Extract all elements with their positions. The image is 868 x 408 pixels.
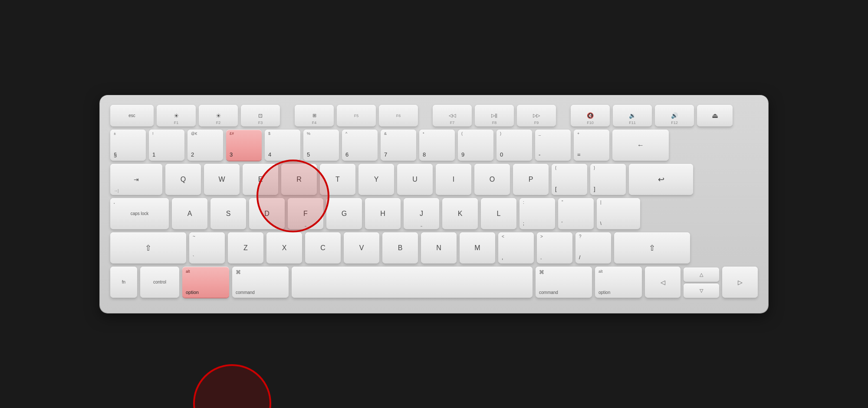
key-c[interactable]: C [305, 232, 341, 264]
key-g[interactable]: G [326, 198, 362, 229]
key-f4[interactable]: ⊞ F4 [295, 105, 334, 127]
key-k[interactable]: K [442, 198, 478, 229]
key-left-shift[interactable]: ⇧ [110, 232, 186, 264]
key-return[interactable]: ↩ [629, 164, 693, 195]
key-arrow-up[interactable]: △ [684, 268, 719, 282]
key-f9[interactable]: ▷▷ F9 [517, 105, 556, 127]
key-0[interactable]: ) 0 [496, 130, 532, 161]
key-esc[interactable]: esc [110, 105, 154, 127]
key-arrow-down[interactable]: ▽ [684, 284, 719, 298]
key-f6[interactable]: F6 [379, 105, 418, 127]
key-arrow-left[interactable]: ◁ [645, 267, 681, 298]
key-w[interactable]: W [204, 164, 240, 195]
keyboard: esc ☀︎ F1 ☀ F2 ⊡ F3 ⊞ F4 F5 F [100, 95, 768, 313]
key-f12[interactable]: 🔊 F12 [655, 105, 694, 127]
key-backslash[interactable]: | \ [597, 198, 640, 229]
key-x[interactable]: X [266, 232, 302, 264]
key-option-left[interactable]: alt option [182, 267, 229, 298]
home-row: • caps lock A S D F G H J K L : ; " [110, 198, 758, 229]
key-p[interactable]: P [513, 164, 549, 195]
fn-row: esc ☀︎ F1 ☀ F2 ⊡ F3 ⊞ F4 F5 F [110, 105, 758, 127]
key-5[interactable]: % 5 [303, 130, 339, 161]
key-f7[interactable]: ◁◁ F7 [433, 105, 472, 127]
key-command-right[interactable]: ⌘ command [536, 267, 592, 298]
key-tab[interactable]: ⇥ →| [110, 164, 162, 195]
key-9[interactable]: ( 9 [458, 130, 493, 161]
key-d[interactable]: D [249, 198, 285, 229]
key-space[interactable] [292, 267, 533, 298]
key-option-right[interactable]: alt option [595, 267, 642, 298]
key-comma[interactable]: < , [498, 232, 534, 264]
key-i[interactable]: I [436, 164, 471, 195]
key-t[interactable]: T [320, 164, 355, 195]
key-l[interactable]: L [481, 198, 516, 229]
key-minus[interactable]: _ - [535, 130, 571, 161]
key-f10[interactable]: 🔇 F10 [571, 105, 610, 127]
key-f2[interactable]: ☀ F2 [199, 105, 238, 127]
keyboard-container: esc ☀︎ F1 ☀ F2 ⊡ F3 ⊞ F4 F5 F [100, 95, 768, 313]
key-r[interactable]: R [281, 164, 317, 195]
key-f1[interactable]: ☀︎ F1 [157, 105, 196, 127]
key-f11[interactable]: 🔉 F11 [613, 105, 652, 127]
key-tilde[interactable]: ~ ` [189, 232, 225, 264]
key-f8[interactable]: ▷|| F8 [475, 105, 514, 127]
key-fn[interactable]: fn [110, 267, 137, 298]
qwerty-row: ⇥ →| Q W E R T Y U I O P { [ } ] ↩ [110, 164, 758, 195]
svg-point-1 [194, 365, 270, 408]
key-caps-lock[interactable]: • caps lock [110, 198, 169, 229]
key-arrow-right[interactable]: ▷ [722, 267, 758, 298]
key-e[interactable]: E [243, 164, 278, 195]
key-bracket-open[interactable]: { [ [552, 164, 587, 195]
key-s[interactable]: S [210, 198, 246, 229]
key-equals[interactable]: + = [574, 130, 609, 161]
key-right-shift[interactable]: ⇧ [614, 232, 690, 264]
key-y[interactable]: Y [358, 164, 394, 195]
key-control[interactable]: control [140, 267, 179, 298]
key-f[interactable]: F [288, 198, 323, 229]
key-eject[interactable]: ⏏ [697, 105, 733, 127]
number-row: ± § ! 1 @€ 2 £# 3 $ 4 % 5 [110, 130, 758, 161]
key-command-left[interactable]: ⌘ command [232, 267, 289, 298]
key-period[interactable]: > . [537, 232, 572, 264]
key-4[interactable]: $ 4 [265, 130, 300, 161]
bottom-row: fn control alt option ⌘ command ⌘ comman… [110, 267, 758, 298]
key-delete[interactable]: ← [612, 130, 669, 161]
key-section[interactable]: ± § [110, 130, 146, 161]
key-m[interactable]: M [460, 232, 495, 264]
key-u[interactable]: U [397, 164, 433, 195]
key-1[interactable]: ! 1 [149, 130, 184, 161]
key-3[interactable]: £# 3 [226, 130, 262, 161]
key-f3[interactable]: ⊡ F3 [241, 105, 280, 127]
key-q[interactable]: Q [165, 164, 201, 195]
key-semicolon[interactable]: : ; [519, 198, 555, 229]
key-a[interactable]: A [172, 198, 207, 229]
key-quote[interactable]: " ' [558, 198, 594, 229]
key-7[interactable]: & 7 [381, 130, 416, 161]
shift-row: ⇧ ~ ` Z X C V B N M < , > . ? / [110, 232, 758, 264]
key-j[interactable]: J [404, 198, 439, 229]
key-h[interactable]: H [365, 198, 401, 229]
key-2[interactable]: @€ 2 [187, 130, 223, 161]
key-8[interactable]: * 8 [419, 130, 455, 161]
key-f5[interactable]: F5 [337, 105, 376, 127]
key-v[interactable]: V [344, 232, 379, 264]
key-z[interactable]: Z [228, 232, 263, 264]
arrow-ud-group: △ ▽ [684, 268, 719, 298]
key-6[interactable]: ^ 6 [342, 130, 378, 161]
key-slash[interactable]: ? / [575, 232, 611, 264]
key-bracket-close[interactable]: } ] [590, 164, 626, 195]
key-b[interactable]: B [382, 232, 418, 264]
key-n[interactable]: N [421, 232, 457, 264]
key-o[interactable]: O [474, 164, 510, 195]
